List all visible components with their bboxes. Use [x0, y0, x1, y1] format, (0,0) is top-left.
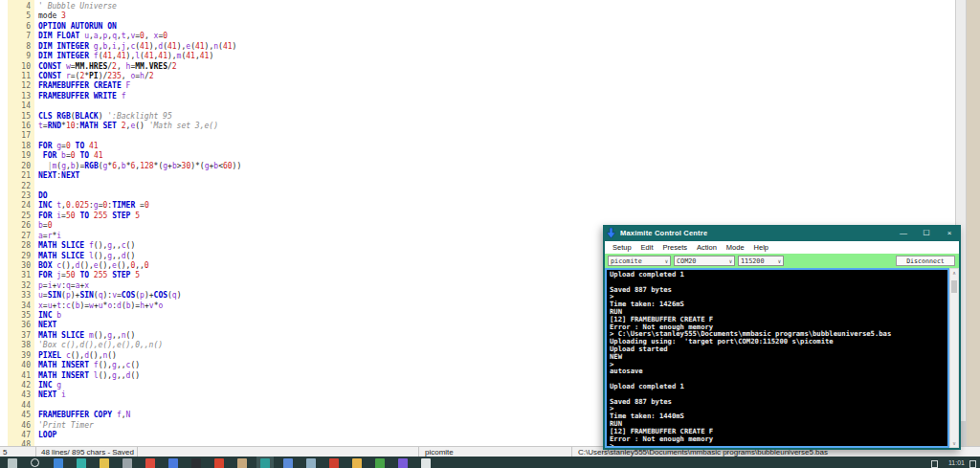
menu-presets[interactable]: Presets: [663, 243, 687, 252]
status-separator: [137, 447, 138, 457]
code-line: 21NEXT:NEXT: [0, 171, 955, 181]
code-text: FRAMEBUFFER CREATE F: [38, 81, 130, 90]
menu-bar: SetupEditPresetsActionModeHelp: [603, 241, 961, 254]
menu-setup[interactable]: Setup: [612, 243, 632, 252]
line-number: 21: [8, 171, 31, 180]
tray-icon[interactable]: [931, 460, 938, 468]
line-number: 27: [8, 232, 31, 240]
line-number: 14: [8, 101, 31, 110]
maximite-control-centre-window: Maximite Control Centre — ☐ × SetupEditP…: [603, 225, 961, 450]
code-line: 20 |m(g,b)=RGB(g*6,b*6,128*(g+b>30)*(g+b…: [0, 162, 955, 171]
line-number: 32: [8, 281, 31, 290]
maximize-button[interactable]: ☐: [915, 225, 938, 241]
line-number: 44: [8, 401, 31, 410]
code-line: 13FRAMEBUFFER WRITE f: [0, 92, 955, 101]
app-slate-icon[interactable]: [306, 458, 316, 468]
show-desktop-icon[interactable]: [969, 460, 976, 468]
code-line: 12FRAMEBUFFER CREATE F: [0, 81, 955, 91]
app-chrome-icon[interactable]: [145, 458, 155, 468]
line-number: 10: [8, 62, 31, 71]
baud-rate-value: 115200: [741, 257, 765, 265]
code-text: NEXT: [38, 321, 56, 329]
app-gray-icon[interactable]: [122, 458, 132, 468]
app-white-icon[interactable]: [421, 458, 431, 468]
app-green-icon[interactable]: [375, 458, 385, 468]
code-text: FOR i=50 TO 255 STEP 5: [38, 212, 140, 220]
code-text: DO: [38, 191, 48, 200]
terminal-line: NEW: [610, 353, 947, 361]
close-button[interactable]: ×: [938, 225, 961, 241]
code-line: 15CLS RGB(BLACK) ':Backlight 95: [0, 112, 955, 122]
terminal-line: Saved 887 bytes: [610, 398, 947, 406]
code-line: 7DIM FLOAT u,a,p,q,t,v=0, x=0: [0, 32, 955, 41]
com-port-select[interactable]: COM20 ∨: [674, 256, 735, 266]
line-number: 34: [8, 301, 31, 310]
code-text: u=SIN(p)+SIN(q):v=COS(p)+COS(q): [38, 291, 182, 300]
terminal-line: Upload started: [610, 345, 947, 353]
app-red-icon[interactable]: [214, 458, 224, 468]
line-number: 47: [8, 431, 31, 439]
chevron-down-icon: ∨: [665, 258, 668, 264]
baud-rate-select[interactable]: 115200 ∨: [738, 256, 784, 266]
app-arrow-icon: [607, 228, 615, 238]
app-red2-icon[interactable]: [329, 458, 339, 468]
serial-terminal[interactable]: Upload completed 1 Saved 887 bytes>Time …: [605, 268, 949, 448]
code-text: OPTION AUTORUN ON: [38, 22, 117, 31]
menu-edit[interactable]: Edit: [641, 243, 654, 252]
window-title-bar[interactable]: Maximite Control Centre — ☐ ×: [603, 225, 961, 241]
terminal-output: Upload completed 1 Saved 887 bytes>Time …: [607, 270, 947, 448]
app-edge-icon[interactable]: [54, 458, 63, 468]
menu-mode[interactable]: Mode: [726, 243, 745, 252]
line-number: 22: [8, 182, 31, 190]
scroll-down-icon[interactable]: ∨: [950, 440, 958, 446]
code-line: 11CONST r=(2*PI)/235, o=h/2: [0, 72, 955, 81]
line-number: 41: [8, 371, 31, 380]
app-blue-icon[interactable]: [168, 458, 178, 468]
app-terminal-icon[interactable]: [191, 458, 201, 468]
app-teal-icon[interactable]: [77, 458, 86, 468]
device-select[interactable]: picomite ∨: [608, 256, 671, 266]
terminal-line: Upload completed 1: [610, 383, 947, 390]
code-text: mode 3: [38, 11, 66, 20]
app-mcc-icon[interactable]: [260, 458, 270, 468]
terminal-scrollbar[interactable]: ∧ ∨: [949, 268, 959, 448]
device-select-value: picomite: [611, 257, 642, 265]
taskbar-clock[interactable]: 11:01: [948, 459, 965, 466]
connection-toolbar: picomite ∨ COM20 ∨ 115200 ∨ Disconnect: [603, 254, 961, 268]
menu-action[interactable]: Action: [697, 243, 717, 252]
code-text: INC t,0.025:g=0:TIMER =0: [38, 201, 149, 210]
scroll-up-icon[interactable]: ∧: [950, 270, 958, 276]
status-cursor-value: 5: [3, 448, 7, 457]
line-number: 15: [8, 112, 31, 121]
line-number: 12: [8, 81, 31, 90]
line-number: 6: [8, 22, 31, 31]
line-number: 5: [8, 11, 31, 20]
line-number: 43: [8, 390, 31, 399]
line-number: 25: [8, 212, 31, 220]
line-number: 9: [8, 52, 31, 60]
minimize-button[interactable]: —: [892, 225, 915, 241]
terminal-line: >: [610, 361, 947, 368]
line-number: 11: [8, 72, 31, 80]
app-purple-icon[interactable]: [398, 458, 408, 468]
code-text: INC b: [38, 311, 61, 320]
code-text: DIM FLOAT u,a,p,q,t,v=0, x=0: [38, 32, 167, 40]
code-line: 16t=RND*10:MATH SET 2,e() 'Math set 3,e(…: [0, 122, 955, 131]
disconnect-button[interactable]: Disconnect: [896, 256, 955, 266]
code-text: CLS RGB(BLACK) ':Backlight 95: [38, 112, 172, 121]
app-yellow-icon[interactable]: [100, 458, 109, 468]
code-text: DIM INTEGER f(41,41),l(41,41),m(41,41): [38, 52, 213, 60]
code-line: 23DO: [0, 191, 955, 201]
terminal-scrollbar-thumb[interactable]: [951, 280, 957, 293]
menu-help[interactable]: Help: [754, 243, 768, 252]
line-number: 19: [8, 151, 31, 160]
start-icon[interactable]: [8, 458, 17, 468]
line-number: 46: [8, 421, 31, 430]
code-text: ' Bubble Universe: [38, 2, 117, 11]
search-icon[interactable]: [31, 458, 39, 467]
app-tan-icon[interactable]: [237, 458, 247, 468]
app-blue2-icon[interactable]: [283, 458, 293, 468]
code-text: INC g: [38, 381, 61, 390]
code-text: NEXT:NEXT: [38, 171, 79, 180]
folder-icon[interactable]: [352, 458, 362, 468]
